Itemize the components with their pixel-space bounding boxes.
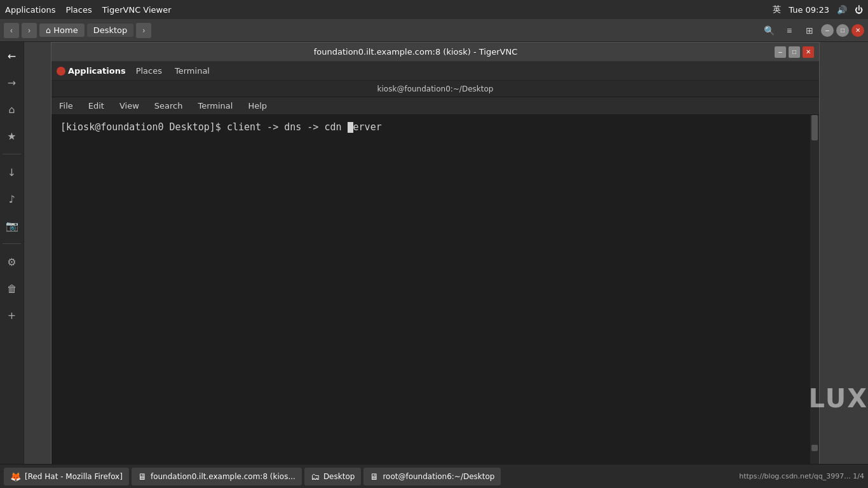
firefox-label: [Red Hat - Mozilla Firefox]: [25, 472, 123, 481]
sidebar-trash-icon[interactable]: 🗑: [3, 280, 21, 297]
system-bar: Applications Places TigerVNC Viewer 英 Tu…: [0, 0, 868, 19]
vnc-terminal-menu-item[interactable]: Terminal: [195, 100, 235, 112]
root-task-icon: 🖥: [370, 471, 379, 482]
home-icon: ⌂: [46, 25, 51, 35]
more-button[interactable]: ›: [136, 23, 151, 38]
vnc-scrollbar-bottom-thumb: [811, 445, 818, 451]
desktop-tab[interactable]: Desktop: [87, 24, 134, 37]
main-area: ← → ⌂ ★ ↓ ♪ 📷 ⚙ 🗑 + ClassroomDocs: [0, 42, 868, 464]
terminal-prompt: [kiosk@foundation0 Desktop]$: [60, 121, 227, 133]
sidebar-camera-icon[interactable]: 📷: [3, 217, 21, 234]
sidebar-star-icon[interactable]: ★: [3, 127, 21, 145]
vnc-app-menu[interactable]: Applications: [57, 66, 126, 76]
taskbar-firefox[interactable]: 🦊 [Red Hat - Mozilla Firefox]: [4, 468, 129, 485]
terminal-rest: erver: [353, 121, 382, 133]
close-button[interactable]: ✕: [851, 24, 864, 37]
taskbar-tigervnc[interactable]: 🖥 foundation0.ilt.example.com:8 (kios...: [132, 468, 302, 485]
taskbar-url: https://blog.csdn.net/qq_3997... 1/4: [503, 472, 864, 480]
red-hat-logo: [57, 67, 65, 76]
vnc-search-menu[interactable]: Search: [152, 100, 186, 112]
grid-view-button[interactable]: ⊞: [801, 22, 818, 39]
vnc-help-menu[interactable]: Help: [245, 100, 269, 112]
tigervnc-menu[interactable]: TigerVNC Viewer: [102, 5, 172, 15]
terminal-cursor: [348, 122, 353, 133]
lux-text: LUX: [809, 384, 868, 413]
applications-menu[interactable]: Applications: [5, 5, 55, 15]
back-button[interactable]: ‹: [4, 23, 19, 38]
firefox-icon: 🦊: [10, 471, 21, 482]
vnc-close-button[interactable]: ✕: [803, 46, 814, 58]
vnc-inner: Applications Places Terminal kiosk@found…: [51, 62, 819, 464]
home-tab-label: Home: [53, 25, 78, 35]
vnc-inner-topbar: Applications Places Terminal: [51, 62, 819, 81]
list-view-button[interactable]: ≡: [780, 22, 798, 39]
sidebar-music-icon[interactable]: ♪: [3, 190, 21, 208]
taskbar-root[interactable]: 🖥 root@foundation6:~/Desktop: [363, 468, 501, 485]
vnc-maximize-button[interactable]: □: [789, 46, 800, 58]
system-bar-left: Applications Places TigerVNC Viewer: [5, 5, 763, 15]
power-icon[interactable]: ⏻: [855, 5, 863, 15]
system-bar-right: 英 Tue 09:23 🔊 ⏻: [773, 4, 863, 15]
search-button[interactable]: 🔍: [760, 22, 778, 39]
taskbar: 🦊 [Red Hat - Mozilla Firefox] 🖥 foundati…: [0, 464, 868, 488]
vnc-titlebar: foundation0.ilt.example.com:8 (kiosk) - …: [51, 43, 819, 62]
vnc-edit-menu[interactable]: Edit: [86, 100, 107, 112]
home-tab[interactable]: ⌂ Home: [39, 24, 85, 37]
clock: Tue 09:23: [789, 5, 829, 15]
sidebar-back-icon[interactable]: ←: [3, 47, 21, 65]
vnc-file-menu[interactable]: File: [57, 100, 76, 112]
vnc-applications-label: Applications: [68, 66, 126, 76]
sidebar: ← → ⌂ ★ ↓ ♪ 📷 ⚙ 🗑 +: [0, 42, 24, 464]
speaker-icon[interactable]: 🔊: [837, 5, 847, 15]
vnc-terminal-body[interactable]: [kiosk@foundation0 Desktop]$ client -> d…: [51, 115, 819, 464]
sidebar-divider-1: [3, 154, 22, 154]
terminal-command: client -> dns -> cdn: [227, 121, 348, 133]
sidebar-download-icon[interactable]: ↓: [3, 163, 21, 181]
sidebar-home-icon[interactable]: ⌂: [3, 100, 21, 118]
places-menu[interactable]: Places: [65, 5, 92, 15]
maximize-button[interactable]: □: [836, 24, 849, 37]
desktop-area: ClassroomDocs 课程: [24, 42, 868, 464]
taskbar-desktop[interactable]: 🗂 Desktop: [304, 468, 362, 485]
vnc-menubar: File Edit View Search Terminal Help: [51, 97, 819, 115]
vnc-win-buttons: – □ ✕: [775, 46, 814, 58]
root-task-label: root@foundation6:~/Desktop: [383, 472, 494, 481]
file-manager-bar: ‹ › ⌂ Home Desktop › 🔍 ≡ ⊞ – □ ✕: [0, 19, 868, 42]
tigervnc-task-icon: 🖥: [138, 471, 147, 482]
vnc-scrollbar-thumb: [811, 115, 818, 140]
vnc-window: foundation0.ilt.example.com:8 (kiosk) - …: [51, 42, 820, 464]
language-indicator: 英: [773, 4, 781, 15]
desktop-task-label: Desktop: [323, 472, 355, 481]
tigervnc-task-label: foundation0.ilt.example.com:8 (kios...: [151, 472, 295, 481]
forward-button[interactable]: ›: [22, 23, 37, 38]
vnc-terminal-title: kiosk@foundation0:~/Desktop: [377, 85, 494, 93]
sidebar-divider-2: [3, 243, 22, 244]
vnc-title: foundation0.ilt.example.com:8 (kiosk) - …: [57, 47, 775, 57]
vnc-places-menu[interactable]: Places: [133, 65, 165, 77]
vnc-terminal-header: kiosk@foundation0:~/Desktop: [51, 81, 819, 97]
sidebar-settings-icon[interactable]: ⚙: [3, 253, 21, 271]
sidebar-add-icon[interactable]: +: [3, 306, 21, 324]
desktop-tab-label: Desktop: [93, 25, 128, 35]
vnc-view-menu[interactable]: View: [117, 100, 142, 112]
desktop-task-icon: 🗂: [311, 471, 320, 482]
minimize-button[interactable]: –: [821, 24, 834, 37]
vnc-minimize-button[interactable]: –: [775, 46, 786, 58]
vnc-terminal-menu[interactable]: Terminal: [172, 65, 212, 77]
sidebar-forward-icon[interactable]: →: [3, 74, 21, 92]
